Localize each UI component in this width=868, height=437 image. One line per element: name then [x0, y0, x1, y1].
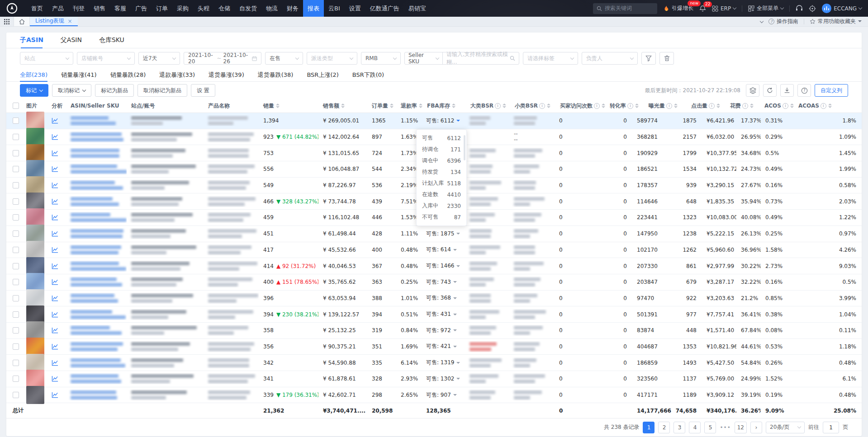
sort-control[interactable] — [716, 102, 720, 110]
status-tab-BSR上涨[interactable]: BSR上涨(2) — [307, 68, 338, 81]
sort-control[interactable] — [602, 102, 605, 110]
account-menu[interactable]: ECCANG — [822, 4, 862, 13]
col-header-analysis[interactable]: 分析 — [47, 102, 66, 110]
shop-account-select[interactable]: 店铺账号 — [77, 52, 135, 65]
col-header-acoas[interactable]: ACOASi — [794, 102, 834, 110]
nav-item-头程[interactable]: 头程 — [193, 0, 214, 17]
nav-item-财务[interactable]: 财务 — [282, 0, 303, 17]
col-header-sales[interactable]: 销量 — [259, 102, 318, 110]
sort-control[interactable] — [276, 102, 280, 110]
tab-listing-performance[interactable]: Listing表现 × — [30, 17, 78, 26]
nav-item-物流[interactable]: 物流 — [261, 0, 282, 17]
row-checkbox[interactable] — [13, 117, 19, 124]
select-all-checkbox[interactable] — [13, 103, 19, 109]
nav-item-广告[interactable]: 广告 — [131, 0, 152, 17]
col-header-site-account[interactable]: 站点/账号 — [127, 102, 204, 110]
info-icon[interactable]: i — [821, 103, 826, 109]
product-thumbnail[interactable] — [26, 176, 44, 194]
nav-item-产品[interactable]: 产品 — [47, 0, 68, 17]
tab-child-asin[interactable]: 子ASIN — [20, 33, 43, 48]
apps-grid-button[interactable] — [0, 17, 14, 26]
batch-layers-button[interactable] — [746, 84, 759, 97]
nav-item-刊登[interactable]: 刊登 — [68, 0, 89, 17]
product-thumbnail[interactable] — [26, 321, 44, 339]
mark-as-new-button[interactable]: 标记为新品 — [95, 84, 134, 97]
col-header-fba-stock[interactable]: FBA库存 — [422, 102, 466, 110]
clear-filter-button[interactable] — [659, 52, 674, 65]
row-checkbox[interactable] — [13, 295, 19, 301]
col-header-asin-sku[interactable]: ASIN/Seller SKU — [66, 103, 127, 109]
nav-item-订单[interactable]: 订单 — [152, 0, 172, 17]
table-row[interactable]: 356¥ 90,375.213511.69%可售: 42100404687135… — [6, 339, 862, 355]
favorites-button[interactable]: 常用功能收藏夹 — [810, 18, 862, 25]
row-checkbox[interactable] — [13, 214, 19, 221]
sort-control[interactable] — [503, 102, 506, 110]
analysis-chart-button[interactable] — [52, 214, 58, 221]
col-header-product-name[interactable]: 产品名称 — [204, 102, 259, 110]
col-header-orders[interactable]: 订单量 — [367, 102, 396, 110]
settings-button[interactable]: 设 置 — [191, 84, 215, 97]
fba-stock-dropdown[interactable]: 可售: 421 — [426, 343, 457, 350]
product-thumbnail[interactable] — [26, 144, 44, 162]
tag-select[interactable]: 请选择标签 — [523, 52, 578, 65]
product-thumbnail[interactable] — [26, 354, 44, 372]
page-ellipsis[interactable]: ••• — [720, 424, 730, 431]
row-checkbox[interactable] — [13, 134, 19, 140]
nav-item-销售[interactable]: 销售 — [89, 0, 110, 17]
fba-popup-row-入库中[interactable]: 入库中2330 — [417, 200, 466, 211]
page-button-4[interactable]: 4 — [689, 422, 701, 433]
row-checkbox[interactable] — [13, 279, 19, 285]
chevron-down-icon[interactable] — [760, 19, 764, 23]
nav-item-报表[interactable]: 报表 — [303, 0, 324, 17]
sort-control[interactable] — [635, 102, 639, 110]
col-header-impressions[interactable]: 曝光量i — [644, 102, 687, 110]
fba-stock-dropdown[interactable]: 可售: 907 — [426, 391, 457, 399]
tab-warehouse-sku[interactable]: 仓库SKU — [99, 33, 124, 48]
site-select[interactable]: 站点 — [20, 52, 73, 65]
fba-stock-dropdown[interactable]: 可售: 1302 — [426, 375, 460, 383]
product-thumbnail[interactable] — [26, 160, 44, 178]
analysis-chart-button[interactable] — [52, 117, 58, 124]
fba-popup-row-待发货[interactable]: 待发货134 — [417, 166, 466, 178]
analysis-chart-button[interactable] — [52, 376, 58, 382]
delivery-type-select[interactable]: 派送类型 — [307, 52, 357, 65]
fba-stock-dropdown[interactable]: 可售: 1875 — [426, 230, 460, 238]
refresh-button[interactable] — [763, 84, 777, 97]
col-header-spend[interactable]: 花费i — [726, 102, 760, 110]
guide-button[interactable]: ? 操作指南 — [768, 18, 798, 25]
page-button-1[interactable]: 1 — [643, 422, 655, 433]
product-thumbnail[interactable] — [26, 370, 44, 388]
analysis-chart-button[interactable] — [52, 166, 58, 172]
fba-stock-dropdown[interactable]: 可售: 431 — [426, 310, 457, 318]
product-thumbnail[interactable] — [26, 225, 44, 243]
col-header-image[interactable]: 图片 — [24, 102, 47, 110]
analysis-chart-button[interactable] — [52, 392, 58, 398]
col-header-clicks[interactable]: 点击量i — [687, 102, 726, 110]
custom-columns-button[interactable]: 自定义列 — [815, 84, 848, 97]
sort-control[interactable] — [790, 102, 794, 110]
row-checkbox[interactable] — [13, 360, 19, 366]
sale-status-select[interactable]: 在售 — [265, 52, 303, 65]
col-header-sub-bsr[interactable]: 小类BSRi — [510, 102, 555, 110]
info-icon[interactable]: i — [709, 103, 715, 109]
notifications-button[interactable]: 22 — [699, 5, 706, 12]
fba-stock-dropdown[interactable]: 可售: 614 — [426, 246, 457, 254]
page-button-2[interactable]: 2 — [658, 422, 670, 433]
fba-popup-row-待调仓[interactable]: 待调仓171 — [417, 144, 466, 155]
analysis-chart-button[interactable] — [52, 198, 58, 205]
table-row[interactable]: 414▲ 92 (31.72%)¥ 40,046.533670.48%可售: 1… — [6, 258, 862, 274]
table-row[interactable]: 339▼ 179 (36.31%)¥ 42,602.712982.65%可售: … — [6, 387, 862, 404]
table-row[interactable]: 341¥ 61,878.613282.93%可售: 13020032356011… — [6, 371, 862, 387]
info-icon[interactable]: i — [742, 103, 748, 109]
tab-parent-asin[interactable]: 父ASIN — [61, 33, 82, 48]
export-button[interactable] — [780, 84, 794, 97]
analysis-chart-button[interactable] — [52, 360, 58, 366]
product-thumbnail[interactable] — [26, 305, 44, 324]
analysis-chart-button[interactable] — [52, 327, 58, 334]
advanced-filter-button[interactable] — [641, 52, 656, 65]
global-search-input[interactable]: 搜索关键词 — [593, 3, 657, 14]
nav-item-云BI[interactable]: 云BI — [324, 0, 345, 17]
row-checkbox[interactable] — [13, 150, 19, 156]
erp-switcher[interactable]: ERP — [712, 5, 736, 12]
col-header-cat-bsr[interactable]: 大类BSRi — [466, 102, 510, 110]
